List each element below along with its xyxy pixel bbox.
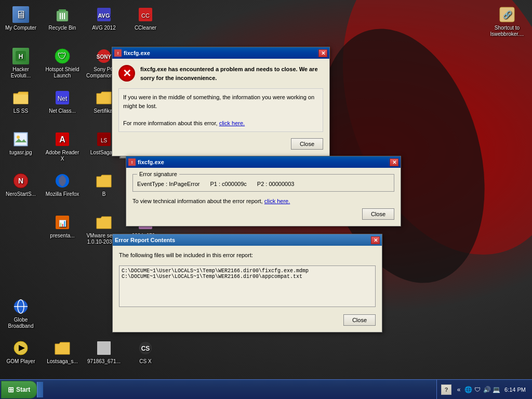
avg-icon: AVG <box>96 6 112 23</box>
svg-rect-10 <box>59 9 66 11</box>
icon-mozilla-firefox[interactable]: Mozilla Firefox <box>42 170 83 212</box>
svg-text:A: A <box>59 135 65 144</box>
svg-text:CS: CS <box>141 345 150 352</box>
icon-cs-x[interactable]: CS CS X <box>125 338 166 379</box>
tray-arrow-icon[interactable]: « <box>455 385 463 394</box>
view-text: To view technical information about the … <box>132 198 263 204</box>
icon-label-globe: Globe Broadband <box>2 317 39 329</box>
start-button[interactable]: ⊞ Start <box>1 381 37 398</box>
971-icon <box>96 340 112 356</box>
dialog1-title-icon: ! <box>114 49 122 57</box>
dialog2-close-button[interactable]: Close <box>362 208 394 220</box>
dialog2-title-icon: ! <box>128 158 136 166</box>
error-sig-legend: Error signature <box>137 171 179 177</box>
tray-volume-icon: 🔊 <box>483 385 491 394</box>
icon-label-presentasi: presenta... <box>50 233 74 239</box>
tray-security-icon: 🛡 <box>473 385 482 394</box>
icon-my-computer[interactable]: 🖥 My Computer <box>0 4 42 46</box>
svg-text:CC: CC <box>141 12 150 19</box>
icon-971863[interactable]: 971863_671... <box>83 338 125 379</box>
icon-label-adobe: Adobe Reader X <box>44 150 81 162</box>
icon-label-sertifikat: Sertifikat <box>94 108 114 114</box>
icon-label-b: B <box>102 191 106 197</box>
image-icon <box>12 131 29 148</box>
taskbar: ⊞ Start ? « 🌐 🛡 🔊 💻 6:14 PM <box>0 379 532 399</box>
icon-tugasr-jpg[interactable]: tugasr.jpg <box>0 129 42 170</box>
my-computer-icon: 🖥 <box>12 6 29 23</box>
icon-globe-broadband[interactable]: Globe Broadband <box>0 296 42 338</box>
dialog2-close-x[interactable]: ✕ <box>390 158 398 166</box>
icon-presentasi[interactable]: 📊 presenta... <box>42 212 83 254</box>
dialog2-titlebar: ! fixcfg.exe ✕ <box>126 156 401 168</box>
icon-hacker-evolution[interactable]: H Hacker Evoluti... <box>0 46 42 87</box>
icon-adobe-reader[interactable]: A Adobe Reader X <box>42 129 83 170</box>
sony-icon: SONY <box>96 48 112 64</box>
dialog1-body: ✕ fixcfg.exe has encountered a problem a… <box>112 59 329 156</box>
dialog1-title-area: ! fixcfg.exe <box>114 49 150 57</box>
icon-b-folder[interactable]: B <box>83 170 125 212</box>
dialog2-click-here-link[interactable]: click here. <box>264 198 290 204</box>
tray-network-icon: 🌐 <box>464 385 472 394</box>
hacker-evolution-icon: H <box>12 48 29 64</box>
icon-avg-2012[interactable]: AVG AVG 2012 <box>83 4 125 46</box>
svg-text:AVG: AVG <box>98 12 110 19</box>
icon-label-ccleaner: CCleaner <box>135 25 156 31</box>
icon-net-class[interactable]: Net Net Class... <box>42 87 83 129</box>
clock-display: 6:14 PM <box>502 387 528 393</box>
icon-nerostarts[interactable]: N NeroStartS... <box>0 170 42 212</box>
dialog3-title-area: Error Report Contents <box>115 237 175 243</box>
error-header: ✕ fixcfg.exe has encountered a problem a… <box>118 65 323 82</box>
icon-lostsaga-folder[interactable]: Lostsaga_s... <box>42 338 83 379</box>
icon-label-firefox: Mozilla Firefox <box>46 191 79 197</box>
tray-computer-icon: 💻 <box>492 385 500 394</box>
dialog1-title-text: fixcfg.exe <box>124 50 150 56</box>
dialog2-buttons: Close <box>132 208 394 220</box>
help-button[interactable]: ? <box>441 384 451 395</box>
error-main-text: fixcfg.exe has encountered a problem and… <box>140 65 323 82</box>
dialog1-click-here-link[interactable]: click here. <box>219 120 245 126</box>
dialog-fixcfg-error: ! fixcfg.exe ✕ ✕ fixcfg.exe has encounte… <box>112 47 330 156</box>
show-desktop-button[interactable] <box>37 382 43 397</box>
tray-icons: « 🌐 🛡 🔊 💻 <box>455 385 500 394</box>
b-folder-icon <box>96 172 112 189</box>
icon-ccleaner[interactable]: CC CCleaner <box>125 4 166 46</box>
stop-icon: ✕ <box>118 65 135 82</box>
dialog3-body: The following files will be included in … <box>113 246 382 332</box>
icon-label-hacker: Hacker Evoluti... <box>2 66 39 79</box>
dialog1-buttons: Close <box>118 138 323 150</box>
dialog1-close-button[interactable]: Close <box>291 138 323 150</box>
icon-gom-player[interactable]: GOM Player <box>0 338 42 379</box>
icon-label-hotspot: Hotspot Shield Launch <box>44 66 81 79</box>
icon-label-shortcut: Shortcut to lswebbroker.... <box>488 25 526 37</box>
windows-logo-icon: ⊞ <box>8 385 14 394</box>
dialog3-buttons: Close <box>119 314 376 326</box>
event-type-label: EventType : InPageError <box>137 181 200 187</box>
svg-text:N: N <box>18 177 23 185</box>
start-label: Start <box>16 386 30 393</box>
cs-x-icon: CS <box>137 340 154 356</box>
svg-rect-3 <box>15 134 26 145</box>
net-class-icon: Net <box>54 89 71 106</box>
dialog1-close-x[interactable]: ✕ <box>318 49 327 57</box>
lostsagaid-icon: LS <box>96 131 112 148</box>
icon-label-netclass: Net Class... <box>49 108 76 114</box>
svg-rect-41 <box>97 341 111 355</box>
taskbar-middle <box>45 380 436 399</box>
dialog3-close-x[interactable]: ✕ <box>371 236 380 244</box>
nero-icon: N <box>12 172 29 189</box>
icon-ls-ss[interactable]: LS SS <box>0 87 42 129</box>
dialog1-body-text: If you were in the middle of something, … <box>123 93 318 110</box>
globe-icon <box>12 298 29 315</box>
svg-point-4 <box>17 136 20 139</box>
icon-shortcut-lswebbroker[interactable]: 🔗 Shortcut to lswebbroker.... <box>486 4 528 46</box>
icon-recycle-bin[interactable]: Recycle Bin <box>42 4 83 46</box>
icon-label-lostsaga-folder: Lostsaga_s... <box>47 358 77 365</box>
icon-label-ls-ss: LS SS <box>14 108 28 114</box>
presentasi-icon: 📊 <box>54 214 71 231</box>
icon-label-avg: AVG 2012 <box>92 25 115 31</box>
dialog3-close-button[interactable]: Close <box>343 314 376 326</box>
svg-text:LS: LS <box>101 138 108 143</box>
lostsaga-folder-icon <box>54 340 71 356</box>
icon-hotspot-shield[interactable]: 🛡 Hotspot Shield Launch <box>42 46 83 87</box>
svg-text:H: H <box>19 53 23 60</box>
